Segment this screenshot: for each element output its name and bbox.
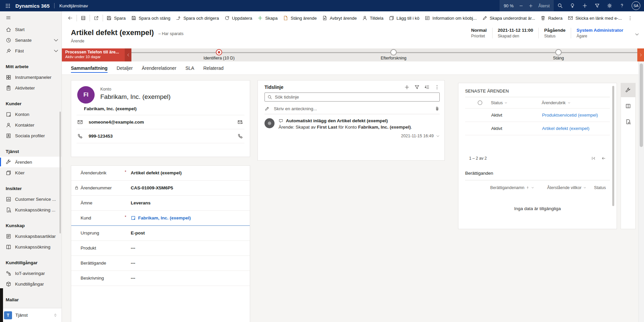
sidebar-item-kunskapsbasartiklar[interactable]: Kunskapsbasartiklar <box>0 231 62 241</box>
process-stage-3[interactable]: Stäng <box>553 48 564 60</box>
sidebar-item-start[interactable]: Start <box>0 24 62 35</box>
command-radera[interactable]: Radera <box>538 13 565 23</box>
rail-knowledge-button[interactable] <box>621 99 635 113</box>
rail-case-tools-button[interactable] <box>621 83 635 97</box>
sidebar-item-kontakter[interactable]: Kontakter <box>0 120 62 130</box>
case-title-link[interactable]: Artikel defekt (exempel) <box>542 126 589 131</box>
sidebar-scrollbar[interactable] <box>60 112 61 233</box>
process-next-stage-button[interactable] <box>637 48 644 61</box>
command-skicka-en-länk-med-e[interactable]: Skicka en länk med e-... <box>565 13 625 23</box>
timeline-entry[interactable]: Automatiskt inlägg den Artikel defekt (e… <box>258 114 444 138</box>
field-value[interactable]: Leverans <box>131 200 150 205</box>
account-name[interactable]: Fabrikam, Inc. (exempel) <box>100 93 171 101</box>
tab-sla[interactable]: SLA <box>185 61 194 74</box>
tab-ärenderelationer[interactable]: Ärenderelationer <box>142 61 177 74</box>
email-row[interactable]: someone4@example.com <box>77 115 244 129</box>
app-launcher-button[interactable] <box>0 0 15 11</box>
phone-row[interactable]: 999-123453 <box>77 129 244 143</box>
field-value[interactable]: --- <box>131 276 135 281</box>
rail-search-articles-button[interactable] <box>621 115 635 129</box>
chevron-down-icon[interactable] <box>53 48 59 54</box>
sidebar-item-kunskapssökning[interactable]: Kunskapssökning <box>0 241 62 252</box>
zoom-reset-button[interactable]: Återst <box>538 3 550 8</box>
timeline-more-icon[interactable] <box>434 85 440 90</box>
command-uppdatera[interactable]: Uppdatera <box>222 13 255 23</box>
back-button[interactable] <box>65 13 76 23</box>
sidebar-item-fäst[interactable]: Fäst <box>0 45 62 56</box>
phone-value[interactable]: 999-123453 <box>89 134 113 139</box>
process-collapse-button[interactable] <box>125 48 131 61</box>
sidebar-item-aktiviteter[interactable]: Aktiviteter <box>0 83 62 93</box>
command-avbryt-ärende[interactable]: Avbryt ärende <box>319 13 359 23</box>
column-entitlement-name[interactable]: Berättigandenamn <box>490 185 534 190</box>
sidebar-item-customer-service[interactable]: Customer Service ... <box>0 194 62 204</box>
app-name[interactable]: Kundtjänstnav <box>59 3 88 8</box>
command-overflow-button[interactable] <box>625 13 635 23</box>
column-status[interactable]: Status <box>491 101 542 105</box>
stage-marker[interactable] <box>391 49 397 55</box>
timeline-add-icon[interactable] <box>404 85 410 90</box>
sidebar-item-instrumentpaneler[interactable]: Instrumentpaneler <box>0 72 62 83</box>
command-tilldela[interactable]: Tilldela <box>359 13 386 23</box>
timeline-expand-all-icon[interactable] <box>424 85 430 90</box>
tab-detaljer[interactable]: Detaljer <box>117 61 133 74</box>
company-row[interactable]: Fabrikam, Inc. (exempel) <box>77 103 244 115</box>
case-title-link[interactable]: Produktservicetid (exempel) <box>542 113 598 118</box>
column-remaining-terms[interactable]: Återstående villkor <box>547 185 586 190</box>
command-spara-och-stäng[interactable]: Spara och stäng <box>128 13 173 23</box>
command-stäng-ärende[interactable]: Stäng ärende <box>280 13 319 23</box>
sidebar-item-kundtillgångar[interactable]: Kundtillgångar <box>0 279 62 289</box>
previous-page-icon[interactable] <box>601 156 606 161</box>
note-compose-row[interactable]: Skriv en anteckning... <box>264 104 440 114</box>
zoom-in-icon[interactable] <box>529 4 533 8</box>
column-ent-status[interactable]: Status <box>594 185 606 190</box>
sidebar-item-iot-aviseringar[interactable]: IoT-aviseringar <box>0 268 62 279</box>
page-scrollbar-thumb[interactable] <box>640 63 643 147</box>
chevron-down-icon[interactable] <box>53 37 59 43</box>
recent-case-row[interactable]: AktivtProduktservicetid (exempel) <box>465 109 610 122</box>
related-panel-scrollbar[interactable] <box>612 86 614 206</box>
sidebar-item-sociala-profiler[interactable]: Sociala profiler <box>0 130 62 141</box>
show-as-button[interactable] <box>78 13 89 23</box>
paperclip-icon[interactable] <box>435 106 440 111</box>
topbar-settings-gear-button[interactable] <box>603 0 616 11</box>
field-value[interactable]: Fabrikam, Inc. (exempel) <box>131 215 191 220</box>
timeline-filter-icon[interactable] <box>414 85 420 90</box>
command-lägg-till-i-kö[interactable]: Lägg till i kö <box>386 13 422 23</box>
page-scrollbar[interactable] <box>638 61 644 322</box>
sidebar-item-ärenden[interactable]: Ärenden <box>0 157 62 167</box>
tab-relaterad[interactable]: Relaterad <box>203 61 224 74</box>
send-email-icon[interactable] <box>237 119 243 125</box>
topbar-lightbulb-button[interactable] <box>566 0 578 11</box>
field-value[interactable]: Artikel defekt (exempel) <box>131 170 182 175</box>
entry-expand-chevron-icon[interactable] <box>436 134 440 138</box>
first-page-icon[interactable] <box>591 156 596 161</box>
collapse-header-chevron-icon[interactable] <box>635 32 639 37</box>
field-value[interactable]: --- <box>131 246 135 251</box>
process-flyout[interactable]: Processen Telefon till äre... Aktiv unde… <box>62 48 125 61</box>
sidebar-item-konton[interactable]: Konton <box>0 109 62 120</box>
topbar-search-button[interactable] <box>554 0 566 11</box>
process-stage-2[interactable]: Efterforskning <box>381 48 406 60</box>
user-avatar[interactable]: SA <box>632 1 640 10</box>
field-value[interactable]: --- <box>131 261 135 266</box>
stage-marker[interactable] <box>555 49 561 55</box>
topbar-filter-button[interactable] <box>591 0 603 11</box>
sidebar-toggle-button[interactable] <box>0 11 62 24</box>
timeline-search-input[interactable] <box>275 95 437 100</box>
topbar-new-record-plus-button[interactable] <box>578 0 591 11</box>
topbar-help-button[interactable] <box>616 0 628 11</box>
command-spara[interactable]: Spara <box>104 13 128 23</box>
stage-marker[interactable] <box>216 49 222 55</box>
tab-sammanfattning[interactable]: Sammanfattning <box>71 61 108 74</box>
recent-case-row[interactable]: AktivtArtikel defekt (exempel) <box>465 122 610 135</box>
area-switcher[interactable]: T Tjänst <box>0 308 62 322</box>
command-skapa[interactable]: Skapa <box>255 13 280 23</box>
command-spara-och-dirigera[interactable]: Spara och dirigera <box>173 13 221 23</box>
select-all-radio[interactable] <box>477 100 483 106</box>
call-icon[interactable] <box>237 133 243 139</box>
email-value[interactable]: someone4@example.com <box>89 120 144 125</box>
timeline-search-box[interactable] <box>264 93 440 102</box>
sidebar-item-kunskapssökning[interactable]: Kunskapssökning ... <box>0 204 62 215</box>
field-value[interactable]: E-post <box>131 230 145 235</box>
